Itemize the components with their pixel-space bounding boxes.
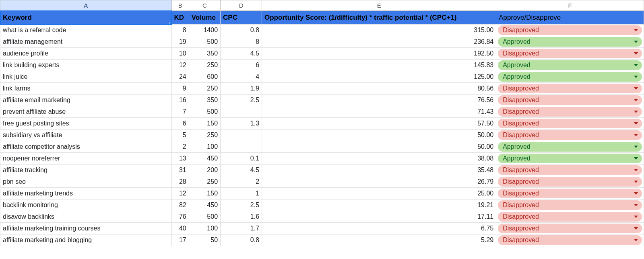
cell-status[interactable]: Disapproved [496,176,644,188]
cell-keyword[interactable]: affiliate email marketing [0,95,172,106]
column-letter-f[interactable]: F [496,0,644,11]
cell-score[interactable]: 57.50 [262,118,496,130]
cell-keyword[interactable]: pbn seo [0,176,172,188]
cell-score[interactable]: 192.50 [262,48,496,60]
header-approve[interactable]: Approve/Disapprove [496,11,644,25]
status-chip[interactable]: Approved [498,142,642,152]
column-letter-e[interactable]: E [262,0,496,11]
cell-volume[interactable]: 350 [189,48,220,60]
cell-status[interactable]: Disapproved [496,188,644,199]
cell-keyword[interactable]: noopener noreferrer [0,153,172,164]
status-chip[interactable]: Disapproved [498,200,642,210]
cell-kd[interactable]: 24 [171,71,189,83]
cell-volume[interactable]: 50 [189,234,220,246]
cell-keyword[interactable]: subsidiary vs affiliate [0,130,172,141]
cell-kd[interactable]: 31 [171,164,189,176]
cell-kd[interactable]: 5 [171,130,189,141]
cell-volume[interactable]: 150 [189,118,220,130]
cell-cpc[interactable] [221,130,262,141]
cell-status[interactable]: Approved [496,71,644,83]
cell-volume[interactable]: 600 [189,71,220,83]
cell-cpc[interactable]: 1.6 [221,211,262,223]
cell-cpc[interactable] [221,106,262,118]
cell-status[interactable]: Disapproved [496,95,644,106]
cell-keyword[interactable]: what is a referral code [0,25,172,36]
cell-keyword[interactable]: affiliate marketing trends [0,188,172,199]
cell-kd[interactable]: 76 [171,211,189,223]
cell-status[interactable]: Approved [496,153,644,164]
cell-volume[interactable]: 500 [189,211,220,223]
cell-score[interactable]: 236.84 [262,36,496,48]
cell-score[interactable]: 25.00 [262,188,496,199]
cell-score[interactable]: 6.75 [262,223,496,234]
cell-status[interactable]: Disapproved [496,234,644,246]
column-letter-c[interactable]: C [189,0,220,11]
cell-kd[interactable]: 16 [171,95,189,106]
cell-volume[interactable]: 250 [189,176,220,188]
cell-cpc[interactable]: 4.5 [221,164,262,176]
cell-volume[interactable]: 500 [189,36,220,48]
column-letter-d[interactable]: D [221,0,262,11]
cell-volume[interactable]: 250 [189,83,220,95]
cell-volume[interactable]: 450 [189,153,220,164]
cell-status[interactable]: Disapproved [496,223,644,234]
header-cpc[interactable]: CPC [221,11,262,25]
cell-score[interactable]: 38.08 [262,153,496,164]
cell-kd[interactable]: 40 [171,223,189,234]
cell-kd[interactable]: 6 [171,118,189,130]
cell-score[interactable]: 80.56 [262,83,496,95]
cell-keyword[interactable]: affiliate tracking [0,164,172,176]
cell-status[interactable]: Disapproved [496,118,644,130]
cell-score[interactable]: 26.79 [262,176,496,188]
cell-score[interactable]: 50.00 [262,130,496,141]
cell-kd[interactable]: 82 [171,199,189,211]
status-chip[interactable]: Disapproved [498,177,642,187]
status-chip[interactable]: Disapproved [498,49,642,58]
cell-status[interactable]: Disapproved [496,25,644,36]
cell-kd[interactable]: 9 [171,83,189,95]
header-kd[interactable]: KD [171,11,189,25]
cell-score[interactable]: 71.43 [262,106,496,118]
cell-status[interactable]: Approved [496,60,644,71]
cell-cpc[interactable]: 0.8 [221,234,262,246]
cell-status[interactable]: Disapproved [496,199,644,211]
cell-volume[interactable]: 250 [189,130,220,141]
cell-cpc[interactable]: 1.7 [221,223,262,234]
cell-score[interactable]: 5.29 [262,234,496,246]
cell-status[interactable]: Disapproved [496,83,644,95]
cell-volume[interactable]: 100 [189,141,220,153]
cell-keyword[interactable]: link juice [0,71,172,83]
cell-volume[interactable]: 250 [189,60,220,71]
cell-score[interactable]: 35.48 [262,164,496,176]
cell-keyword[interactable]: link farms [0,83,172,95]
status-chip[interactable]: Disapproved [498,107,642,117]
status-chip[interactable]: Disapproved [498,189,642,198]
status-chip[interactable]: Disapproved [498,130,642,140]
cell-score[interactable]: 315.00 [262,25,496,36]
cell-cpc[interactable]: 4 [221,71,262,83]
status-chip[interactable]: Disapproved [498,212,642,222]
cell-status[interactable]: Approved [496,36,644,48]
column-letter-a[interactable]: A [0,0,172,11]
cell-keyword[interactable]: disavow backlinks [0,211,172,223]
cell-score[interactable]: 125.00 [262,71,496,83]
column-letter-b[interactable]: B [171,0,189,11]
cell-cpc[interactable]: 1.3 [221,118,262,130]
cell-score[interactable]: 76.56 [262,95,496,106]
cell-score[interactable]: 50.00 [262,141,496,153]
cell-status[interactable]: Disapproved [496,211,644,223]
cell-cpc[interactable]: 1 [221,188,262,199]
cell-score[interactable]: 19.21 [262,199,496,211]
cell-status[interactable]: Disapproved [496,48,644,60]
cell-cpc[interactable]: 0.1 [221,153,262,164]
cell-keyword[interactable]: prevent affiliate abuse [0,106,172,118]
cell-keyword[interactable]: link building experts [0,60,172,71]
status-chip[interactable]: Disapproved [498,165,642,175]
cell-cpc[interactable] [221,141,262,153]
cell-cpc[interactable]: 2.5 [221,199,262,211]
status-chip[interactable]: Disapproved [498,224,642,233]
cell-keyword[interactable]: affiliate competitor analysis [0,141,172,153]
status-chip[interactable]: Approved [498,37,642,47]
cell-cpc[interactable]: 0.8 [221,25,262,36]
status-chip[interactable]: Disapproved [498,25,642,35]
